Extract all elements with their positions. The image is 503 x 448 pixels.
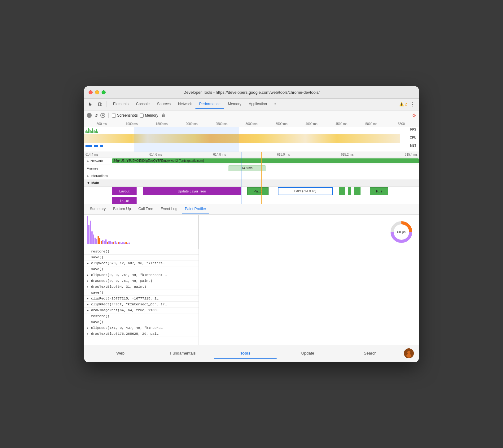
screenshots-label: Screenshots [117, 113, 138, 118]
tab-performance[interactable]: Performance [195, 100, 224, 109]
cmd-text: drawTextBlob(175.265625, 29, pai… [91, 332, 159, 336]
small-task-2[interactable] [348, 187, 351, 195]
svg-point-2 [102, 114, 104, 116]
device-icon[interactable] [96, 100, 104, 108]
frames-track-row: Frames 14.8 ms [84, 165, 419, 172]
tab-console[interactable]: Console [132, 100, 153, 109]
more-options-icon[interactable]: ⋮ [409, 100, 416, 109]
ruler-4500: 4500 ms [326, 122, 356, 126]
tab-summary[interactable]: Summary [87, 205, 109, 213]
cmd-text: clipRect(-16777215, -16777215, 1… [91, 297, 159, 300]
cmd-cliprect-3[interactable]: ▶ clipRect(-16777215, -16777215, 1… [84, 296, 199, 302]
tab-more[interactable]: » [271, 100, 280, 109]
cursor-icon[interactable] [87, 100, 95, 108]
laut-task[interactable]: La...ut [112, 197, 137, 204]
ruler-615-2: 615.2 ms [341, 153, 354, 156]
warning-badge[interactable]: ⚠️ 2 [399, 102, 407, 106]
cmd-save-3[interactable]: save() [84, 290, 199, 296]
update-layer-tree-task[interactable]: Update Layer Tree [143, 187, 241, 195]
interactions-track-content [112, 172, 419, 179]
ruler-1500: 1500 ms [147, 122, 177, 126]
window-title: Developer Tools - https://developers.goo… [183, 90, 320, 95]
screenshots-checkbox[interactable] [112, 114, 116, 118]
cmd-save-4[interactable]: save() [84, 319, 199, 325]
tab-call-tree[interactable]: Call Tree [135, 205, 156, 213]
close-button[interactable] [89, 90, 93, 94]
cmd-expand-icon: ▶ [87, 297, 90, 300]
cmd-cliprect-1[interactable]: ▶ clipRect(673, 12, 697, 36, "kInters… [84, 261, 199, 266]
donut-chart: 60 μs [389, 220, 414, 244]
timeline-tracks: FPS CPU NET [84, 127, 419, 152]
small-task-1[interactable] [339, 187, 345, 195]
maximize-button[interactable] [102, 90, 106, 94]
timeline-ruler: 500 ms 1000 ms 1500 ms 2000 ms 2500 ms 3… [84, 121, 419, 127]
ruler-5500: 5500 [386, 122, 416, 126]
ruler-4000: 4000 ms [296, 122, 326, 126]
settings-icon[interactable]: ⚙ [412, 113, 416, 118]
separator [108, 113, 109, 118]
tab-paint-profiler[interactable]: Paint Profiler [182, 205, 209, 213]
screenshots-checkbox-label[interactable]: Screenshots [112, 113, 138, 118]
memory-checkbox-label[interactable]: Memory [140, 113, 158, 118]
nav-fundamentals[interactable]: Fundamentals [152, 348, 214, 359]
frames-track-content: 14.8 ms [112, 165, 419, 172]
cmd-cliprect-4[interactable]: ▶ clipRect(151, 0, 437, 48, "kInters… [84, 325, 199, 331]
tab-bottom-up[interactable]: Bottom-Up [110, 205, 134, 213]
paint-detail-task[interactable]: Paint (761 × 48) [278, 187, 333, 195]
tab-sources[interactable]: Sources [153, 100, 174, 109]
tab-bar: Elements Console Sources Network Perform… [109, 100, 398, 109]
tab-elements[interactable]: Elements [109, 100, 132, 109]
p-task[interactable]: P...) [370, 187, 388, 195]
donut-label: 60 μs [397, 230, 405, 234]
cmd-cliprrect[interactable]: ▶ clipRRect(rrect, "kIntersect_Op", tr… [84, 302, 199, 308]
memory-checkbox[interactable] [140, 114, 144, 118]
cmd-save-1[interactable]: save() [84, 255, 199, 261]
cmd-text: clipRect(151, 0, 437, 48, "kInters… [91, 326, 163, 330]
record-toolbar: ↺ Screenshots Memory 🗑 ⚙ [84, 110, 419, 121]
ruler-614-6: 614.6 ms [149, 153, 162, 156]
cmd-expand-icon: ▶ [87, 261, 90, 265]
ruler-3000: 3000 ms [237, 122, 267, 126]
cmd-text: clipRect(0, 0, 761, 48, "kIntersect_… [91, 273, 167, 277]
cmd-restore-1[interactable]: restore() [84, 249, 199, 255]
svg-rect-0 [98, 103, 101, 106]
tab-network[interactable]: Network [174, 100, 195, 109]
separator-1 [107, 101, 107, 107]
ruler-2500: 2500 ms [207, 122, 237, 126]
nav-update[interactable]: Update [277, 348, 339, 359]
command-list[interactable]: restore() save() ▶ clipRect(673, 12, 697… [84, 249, 199, 345]
paint-short-task[interactable]: Pa...) [247, 187, 269, 195]
network-track-content: S6g4U3t-Y5UEw0lE80llgEseQY3FEmqw.woff2 (… [112, 157, 419, 165]
small-task-3[interactable] [354, 187, 361, 195]
user-avatar[interactable] [404, 348, 414, 358]
nav-search[interactable]: Search [339, 348, 401, 359]
tab-application[interactable]: Application [245, 100, 271, 109]
cmd-expand-icon: ▶ [87, 332, 90, 336]
ruler-3500: 3500 ms [266, 122, 296, 126]
stop-button[interactable] [100, 113, 105, 118]
overview-timeline: 500 ms 1000 ms 1500 ms 2000 ms 2500 ms 3… [84, 121, 419, 152]
ruler-5000: 5000 ms [356, 122, 387, 126]
cmd-drawrect[interactable]: ▶ drawRect(0, 0, 761, 48, paint) [84, 278, 199, 284]
detail-ruler: 614.4 ms 614.6 ms 614.8 ms 615.0 ms 615.… [84, 152, 419, 157]
layout-task[interactable]: Layout [112, 187, 137, 195]
interactions-track-row: ▶ Interactions [84, 172, 419, 180]
trash-icon[interactable]: 🗑 [161, 113, 166, 118]
reload-button[interactable]: ↺ [94, 113, 98, 118]
minimize-button[interactable] [95, 90, 99, 94]
cmd-save-2[interactable]: save() [84, 266, 199, 272]
nav-tools[interactable]: Tools [214, 348, 277, 359]
tab-memory[interactable]: Memory [224, 100, 245, 109]
ruler-614-4: 614.4 ms [85, 153, 98, 156]
cmd-restore-2[interactable]: restore() [84, 313, 199, 319]
nav-web[interactable]: Web [89, 348, 152, 359]
cmd-cliprect-2[interactable]: ▶ clipRect(0, 0, 761, 48, "kIntersect_… [84, 272, 199, 278]
frames-label: Frames [84, 166, 112, 170]
traffic-lights [89, 90, 106, 94]
cmd-drawtextblob-2[interactable]: ▶ drawTextBlob(175.265625, 29, pai… [84, 331, 199, 337]
record-button[interactable] [87, 113, 92, 118]
cmd-drawimagerect[interactable]: ▶ drawImageRect(64, 64, true, 2188… [84, 308, 199, 313]
tab-event-log[interactable]: Event Log [158, 205, 181, 213]
bottom-content: restore() save() ▶ clipRect(673, 12, 697… [84, 215, 419, 345]
cmd-drawtextblob-1[interactable]: ▶ drawTextBlob(64, 31, paint) [84, 284, 199, 290]
